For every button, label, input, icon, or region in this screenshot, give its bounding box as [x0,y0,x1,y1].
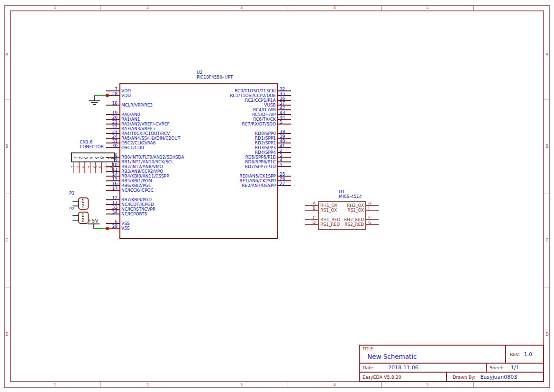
cn1-body[interactable]: 1 2 3 4 5 6 7 [71,152,115,162]
pin-number: 44 [280,116,291,119]
u2-pin[interactable]: 40 RD2/SPP2 [120,141,291,145]
pin-number: 22 [106,125,118,129]
cn1-part[interactable]: CONECTOR [80,145,104,149]
p1-body[interactable]: 1 2 [78,197,89,210]
p2-ref[interactable]: P2 [69,207,74,211]
gnd-bar-1 [89,100,100,101]
rev-value[interactable]: 1.0 [524,351,533,357]
u2-pin[interactable]: 44 RC6/TX/CK [120,117,291,122]
pin-number: 40 [280,139,291,143]
gnd-symbol[interactable] [94,96,95,100]
cn1-pin[interactable]: 3 [82,162,88,174]
pin-number: 17 [106,187,118,190]
u2-pin[interactable]: 43 RC5/D+/VP [120,112,291,117]
p2-body[interactable]: 1 2 [78,212,89,224]
u2-pin[interactable]: 17 NC/ICCK/ICPGC [106,188,277,193]
u2-pin[interactable]: 13 NC/ICDT/ICPGD [106,202,277,207]
ruler-left: ABCD [4,10,10,382]
drawn-by-value[interactable]: Easyjuan0803 [481,374,518,380]
pin-name: NC/ICCK/ICPGC [121,188,154,193]
u2-pin[interactable]: 35 RC1/T1OSI/CCP2/UOE [120,93,291,98]
u2-pin[interactable]: 5 RD7/SPP7/P1D [120,164,291,169]
pin-name: RD1/SPP1 [255,136,276,141]
u1-ref[interactable]: U1 [339,190,345,194]
pin-line [73,201,78,202]
pin-number: 41 [280,144,291,148]
u2-pin[interactable]: 2 RD4/SPP4 [120,150,291,155]
u2-pin[interactable]: 27 RE2/AN7/OESPP [120,183,291,188]
date-value[interactable]: 2018-11-06 [388,365,418,371]
cn1-pin[interactable]: 2 [77,162,82,174]
schematic-title[interactable]: New Schematic [367,353,417,360]
pin-name: RS2_RED [345,222,364,227]
pin-number: 1 [280,120,291,124]
u1-pin[interactable]: G RS2_RED [320,222,379,227]
cn1-slot: 1 [72,153,77,161]
wire-5v-to-vss[interactable] [94,228,107,229]
pin-number: 39 [280,134,291,138]
pin-number: 3 [280,153,291,157]
pin-number: 2 [82,204,84,208]
pin-name: NC/ICPORTS [121,212,147,216]
cn1-ref[interactable]: CN1.6 [80,140,92,144]
u2-pin[interactable]: 33 NC/ICRST/ICVPP [106,207,277,212]
u2-pin[interactable]: 34 NC/ICPORTS [106,212,277,216]
ruler-column-label: 1 [10,5,100,10]
u1-part[interactable]: MICS-4514 [339,195,362,199]
pin-number: 8 [109,165,112,168]
title-label: TITLE: [363,347,374,351]
p1-pin[interactable]: 1 [79,199,88,204]
ruler-column-label: 4 [288,382,381,388]
p1-pin[interactable]: 2 [79,204,88,208]
pin-name: RC2/CCP1/P1A [245,98,276,103]
u2-pin[interactable]: 39 RD1/SPP1 [120,136,291,141]
u2-pin[interactable]: 38 RD0/SPP0 [120,131,291,136]
u2-pin[interactable]: 41 RD3/SPP3 [120,145,291,150]
u2-pin[interactable]: 37 VUSB [120,103,291,107]
u2-pin[interactable]: 6 VSS [106,221,277,226]
power-flag-5v[interactable]: +5V [88,218,99,223]
slot-number: 8 [109,156,113,159]
u2-pin[interactable]: 12 RB7/KBI3/PGD [106,197,277,202]
pin-number: 6 [98,165,101,168]
pin-number: 25 [280,172,291,176]
u2-pin[interactable]: 36 RC2/CCP1/P1A [120,98,291,103]
u1-pin[interactable]: J RS2_OX [320,208,379,213]
pin-number: 26 [280,177,291,181]
cn1-pin[interactable]: 7 [104,162,110,174]
pin-number: 19 [106,111,118,115]
ruler-row-label: C [4,194,10,287]
pin-name: RE1/AN6/CK2SPP [239,178,276,183]
pin-name: RB7/KBI3/PGD [121,197,152,202]
p2-pin[interactable]: 1 [79,213,88,218]
u2-ref[interactable]: U2 [197,71,202,75]
u2-pin[interactable]: 3 RD5/SPP5/P1B [120,155,291,160]
gnd-bar-3 [93,104,96,105]
u2-pin[interactable]: 25 RE0/AN5/CK1SPP [120,174,291,178]
cn1-pin[interactable]: 6 [99,162,104,174]
pin-number: 2 [75,165,79,168]
pin-number: 37 [280,101,291,105]
pin-number: 23 [106,130,118,134]
ruler-column-label: 3 [195,5,288,10]
u2-part[interactable]: PIC18F4550- I/PT [197,75,233,80]
u2-pin[interactable]: 32 RC0/T1OSO/T13CKI [120,89,291,93]
pin-name: RC4/D-/VM [253,107,276,112]
cn1-pin[interactable]: 8 [109,162,115,174]
cn1-pin[interactable]: 4 [88,162,93,174]
u2-pin[interactable]: 26 RE1/AN6/CK2SPP [120,178,291,183]
ruler-bottom: 12345 [10,382,544,388]
u2-pin[interactable]: 42 RC4/D-/VM [120,107,291,112]
u2-pin[interactable]: 1 RC7/RX/DT/SDO [120,122,291,126]
cn1-pin[interactable]: 5 [93,162,99,174]
pin-number: 1 [70,165,74,168]
sheet-value[interactable]: 1/1 [511,365,519,371]
pin-line [73,220,78,221]
u2-pin[interactable]: 4 RD6/SPP6/P1C [120,160,291,164]
p1-ref[interactable]: P1 [69,191,74,196]
p2-pin[interactable]: 2 [79,218,88,223]
cn1-pin[interactable]: 1 [71,162,77,174]
u2-pin[interactable]: 29 VSS [106,226,277,231]
pin-letter: G [368,221,379,224]
pin-number: 7 [103,165,107,168]
